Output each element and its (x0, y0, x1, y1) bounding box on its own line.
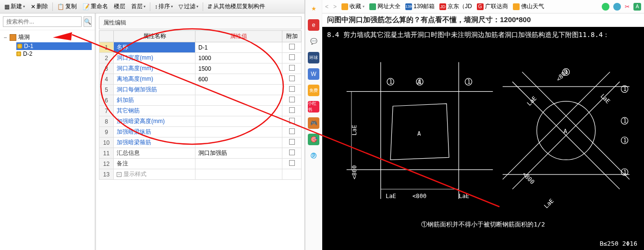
weibo-icon[interactable]: e (308, 19, 319, 31)
property-row[interactable]: 12备注 (99, 159, 302, 169)
prop-value-cell[interactable] (195, 106, 282, 116)
favorites-button[interactable]: 收藏 ▾ (341, 2, 365, 11)
prop-name: 名称 (117, 44, 128, 50)
component-icon (17, 44, 22, 49)
prop-value-cell[interactable]: 1500 (195, 63, 282, 74)
ext-icon-2[interactable] (613, 3, 621, 11)
tree-root-label: 墙洞 (18, 33, 30, 41)
property-row[interactable]: 6斜加筋 (99, 95, 302, 106)
property-row[interactable]: 7其它钢筋 (99, 106, 302, 116)
prop-value-cell[interactable] (195, 116, 282, 127)
prop-value-cell[interactable] (195, 169, 282, 180)
chevron-down-icon: ▾ (363, 4, 365, 9)
checkbox[interactable] (289, 150, 295, 155)
ext-icon-3[interactable]: A (633, 3, 641, 11)
checkbox[interactable] (289, 86, 295, 92)
checkbox[interactable] (289, 75, 295, 81)
prop-extra-cell[interactable] (282, 63, 302, 74)
checkbox[interactable] (289, 65, 295, 71)
game2-icon[interactable]: 🎯 (308, 134, 319, 145)
collapse-icon: − (3, 34, 8, 41)
first-floor-dropdown[interactable]: 首层 ▾ (129, 1, 148, 12)
weather-link[interactable]: 佛山天气 (513, 2, 544, 11)
prop-extra-cell[interactable] (282, 116, 302, 127)
chat-icon[interactable]: 💬 (308, 36, 319, 47)
prop-extra-cell[interactable] (282, 85, 302, 95)
checkbox[interactable] (289, 139, 295, 145)
property-row[interactable]: 13+显示样式 (99, 169, 302, 180)
checkbox[interactable] (289, 128, 295, 134)
prop-extra-cell[interactable] (282, 138, 302, 148)
svg-text:1: 1 (623, 169, 626, 175)
prop-value-cell[interactable]: D-1 (195, 42, 282, 53)
checkbox[interactable] (289, 107, 295, 113)
floor-dropdown[interactable]: 楼层 (111, 1, 128, 12)
prop-extra-cell[interactable] (282, 159, 302, 169)
prop-extra-cell[interactable] (282, 148, 302, 159)
game1-icon[interactable]: 🎮 (308, 117, 319, 129)
prop-extra-cell[interactable] (282, 106, 302, 116)
mail139-link[interactable]: 139139邮箱 (405, 2, 435, 11)
tree-item-d1[interactable]: D-1 (16, 42, 92, 50)
tree-root-wall-hole[interactable]: − 墙洞 (3, 32, 92, 42)
search-button[interactable]: 🔍 (84, 16, 92, 27)
checkbox[interactable] (289, 54, 295, 60)
prop-value-cell[interactable]: 洞口加强筋 (195, 148, 282, 159)
copy-button[interactable]: 📋 复制 (55, 1, 79, 12)
checkbox[interactable] (289, 97, 295, 102)
prop-value-cell[interactable]: 600 (195, 74, 282, 85)
property-row[interactable]: 4离地高度(mm)600 (99, 74, 302, 85)
prop-extra-cell[interactable] (282, 53, 302, 63)
row-number: 3 (99, 63, 114, 74)
copy-from-floor-button[interactable]: ⇵ 从其他楼层复制构件 (205, 1, 267, 12)
app-icon[interactable]: 环球 (308, 52, 319, 63)
property-row[interactable]: 2洞口宽度(mm)1000 (99, 53, 302, 63)
rename-button[interactable]: 📝 重命名 (80, 1, 110, 12)
sites-link[interactable]: 网址大全 (369, 2, 401, 11)
prop-value-cell[interactable] (195, 95, 282, 106)
property-row[interactable]: 11汇总信息洞口加强筋 (99, 148, 302, 159)
property-row[interactable]: 3洞口高度(mm)1500 (99, 63, 302, 74)
search-input[interactable] (3, 16, 82, 27)
xiaohongshu-icon[interactable]: 小红书 (308, 101, 319, 112)
checkbox[interactable] (289, 160, 295, 166)
property-row[interactable]: 1名称D-1 (99, 42, 302, 53)
new-button[interactable]: ▦ 新建 ▾ (2, 1, 27, 12)
tree-item-d2[interactable]: D-2 (16, 50, 92, 58)
prop-extra-cell[interactable] (282, 127, 302, 138)
pp-icon[interactable]: ⓟ (308, 150, 319, 162)
chevron-down-icon: ▾ (23, 4, 25, 9)
prop-value-cell[interactable] (195, 127, 282, 138)
prop-extra-cell[interactable] (282, 42, 302, 53)
novel-icon[interactable]: 免费 (308, 85, 319, 96)
favorite-icon[interactable]: ★ (308, 3, 319, 14)
delete-button[interactable]: ✕ 删除 (28, 1, 50, 12)
prop-extra-cell[interactable] (282, 74, 302, 85)
sites-label: 网址大全 (377, 2, 401, 11)
prop-extra-cell[interactable] (282, 95, 302, 106)
property-row[interactable]: 10加强暗梁箍筋 (99, 138, 302, 148)
weather-icon (513, 3, 520, 10)
jd-link[interactable]: JD京东（JD (439, 2, 472, 11)
glodon-link[interactable]: G广联达商 (477, 2, 508, 11)
property-row[interactable]: 9加强暗梁纵筋 (99, 127, 302, 138)
prop-extra-cell[interactable] (282, 169, 302, 180)
scissors-icon[interactable]: ✂ (625, 3, 630, 10)
expand-icon[interactable]: + (117, 172, 122, 177)
checkbox[interactable] (289, 44, 295, 50)
ext-icon-1[interactable] (602, 3, 609, 11)
property-row[interactable]: 8加强暗梁高度(mm) (99, 116, 302, 127)
prop-value-cell[interactable]: 1000 (195, 53, 282, 63)
chevron-down-icon: ▾ (196, 4, 198, 9)
prop-value-cell[interactable] (195, 159, 282, 169)
checkbox[interactable] (289, 118, 295, 124)
tree-item-label: D-2 (23, 50, 32, 57)
word-icon[interactable]: W (308, 68, 319, 80)
property-row[interactable]: 5洞口每侧加强筋 (99, 85, 302, 95)
nav-back-button[interactable]: < (325, 3, 328, 10)
sort-button[interactable]: ↕ 排序 ▾ (152, 1, 175, 12)
prop-value-cell[interactable] (195, 138, 282, 148)
nav-forward-button[interactable]: > (333, 3, 337, 10)
filter-button[interactable]: ▽ 过滤 ▾ (176, 1, 201, 12)
prop-value-cell[interactable] (195, 85, 282, 95)
